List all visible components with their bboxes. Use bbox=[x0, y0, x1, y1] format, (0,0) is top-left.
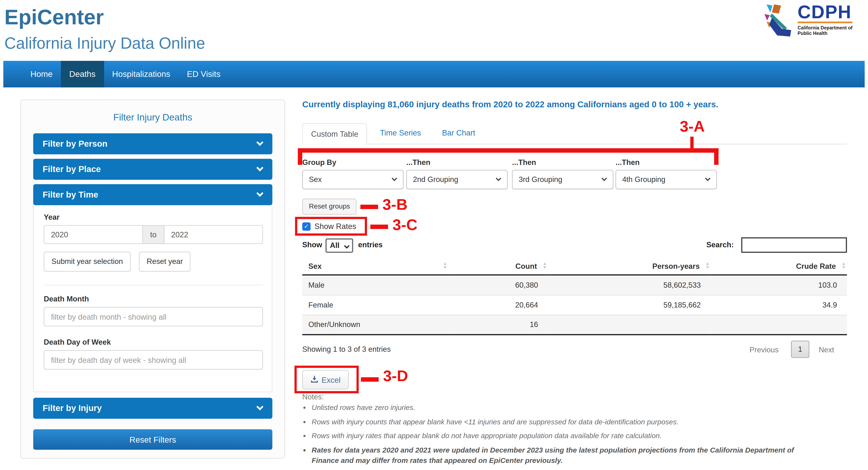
chevron-down-icon bbox=[256, 403, 264, 410]
chevron-down-icon bbox=[705, 176, 711, 181]
third-grouping-select[interactable]: 3rd Grouping bbox=[512, 170, 613, 189]
nav-item-ed-visits[interactable]: ED Visits bbox=[179, 61, 229, 88]
accordion-filter-by-injury[interactable]: Filter by Injury bbox=[33, 398, 272, 419]
cell-count: 60,380 bbox=[448, 275, 548, 295]
cell-person-years bbox=[548, 315, 711, 335]
cell-person-years: 59,185,662 bbox=[548, 295, 711, 314]
reset-year-button[interactable]: Reset year bbox=[139, 252, 191, 272]
second-grouping-select[interactable]: 2nd Grouping bbox=[406, 170, 508, 189]
page-subtitle: California Injury Data Online bbox=[4, 34, 205, 53]
nav-item-deaths[interactable]: Deaths bbox=[61, 61, 104, 88]
cdph-logo: CDPH California Department of Public Hea… bbox=[763, 3, 852, 40]
cell-sex: Other/Unknown bbox=[302, 315, 448, 335]
pagination-page-1[interactable]: 1 bbox=[791, 341, 809, 358]
reset-filters-button[interactable]: Reset Filters bbox=[33, 429, 272, 450]
death-day-of-week-label: Death Day of Week bbox=[44, 338, 111, 346]
note-item: Rows with injury counts that appear blan… bbox=[312, 416, 817, 427]
chevron-down-icon bbox=[392, 176, 397, 181]
year-label: Year bbox=[44, 213, 60, 221]
annotation-3d-label: 3-D bbox=[383, 367, 408, 385]
then-label-2: ...Then bbox=[406, 158, 431, 167]
annotation-3c-dash bbox=[370, 225, 388, 229]
submit-year-button[interactable]: Submit year selection bbox=[44, 252, 130, 272]
annotation-3a-bracket bbox=[298, 148, 719, 153]
results-summary: Currently displaying 81,060 injury death… bbox=[302, 100, 718, 109]
column-header-sex[interactable]: Sex ▲▼ bbox=[302, 258, 448, 275]
pagination-previous[interactable]: Previous bbox=[749, 346, 778, 354]
results-table: Sex ▲▼ Count ▲▼ Person-years ▲▼ Crude Ra… bbox=[302, 258, 847, 335]
search-label: Search: bbox=[706, 241, 734, 249]
then-label-3: ...Then bbox=[512, 158, 536, 167]
table-row: Female 20,664 59,185,662 34.9 bbox=[302, 295, 847, 314]
table-row: Male 60,380 58,602,533 103.0 bbox=[302, 275, 847, 295]
tab-time-series[interactable]: Time Series bbox=[372, 123, 429, 144]
show-rates-checkbox[interactable]: ✓ bbox=[302, 222, 311, 230]
annotation-3a-stem bbox=[690, 137, 694, 149]
death-month-label: Death Month bbox=[44, 295, 89, 303]
table-row: Other/Unknown 16 bbox=[302, 315, 847, 335]
excel-export-button[interactable]: Excel bbox=[302, 370, 349, 389]
group-by-label: Group By bbox=[302, 158, 336, 167]
note-item: Unlisted rows have zero injuries. bbox=[312, 402, 817, 413]
cell-crude-rate: 103.0 bbox=[711, 275, 847, 295]
cell-count: 16 bbox=[448, 315, 548, 335]
filter-by-time-body: Year to Submit year selection Reset year… bbox=[33, 205, 272, 392]
accordion-filter-by-person[interactable]: Filter by Person bbox=[33, 133, 272, 155]
annotation-3b-dash bbox=[360, 205, 378, 209]
cell-sex: Female bbox=[302, 295, 448, 314]
chevron-down-icon bbox=[601, 176, 607, 181]
annotation-3b-label: 3-B bbox=[382, 196, 407, 213]
nav-item-hospitalizations[interactable]: Hospitalizations bbox=[104, 61, 179, 88]
note-item: Rates for data years 2020 and 2021 were … bbox=[312, 444, 817, 466]
cell-person-years: 58,602,533 bbox=[548, 275, 711, 295]
table-info: Showing 1 to 3 of 3 entries bbox=[302, 345, 391, 354]
chevron-down-icon bbox=[496, 176, 501, 181]
main-navbar: Home Deaths Hospitalizations ED Visits bbox=[3, 61, 865, 88]
chevron-down-icon bbox=[256, 190, 264, 197]
column-header-count[interactable]: Count ▲▼ bbox=[448, 258, 548, 275]
entries-suffix-label: entries bbox=[358, 241, 383, 249]
year-from-input[interactable] bbox=[44, 225, 143, 244]
annotation-3c-label: 3-C bbox=[393, 216, 417, 234]
accordion-filter-by-time[interactable]: Filter by Time bbox=[33, 184, 272, 205]
chevron-down-icon bbox=[256, 164, 264, 171]
notes-heading: Notes: bbox=[302, 393, 324, 401]
california-state-icon bbox=[763, 3, 795, 40]
group-by-select[interactable]: Sex bbox=[302, 170, 404, 189]
tab-bar-chart[interactable]: Bar Chart bbox=[434, 123, 484, 144]
show-rates-label: Show Rates bbox=[314, 222, 356, 231]
annotation-3a-label: 3-A bbox=[680, 118, 705, 135]
cdph-acronym: CDPH bbox=[798, 3, 852, 21]
cell-crude-rate bbox=[711, 315, 847, 335]
view-tabs: Custom Table Time Series Bar Chart bbox=[302, 123, 847, 144]
cell-crude-rate: 34.9 bbox=[711, 295, 847, 314]
download-icon bbox=[311, 375, 318, 385]
accordion-filter-by-place[interactable]: Filter by Place bbox=[33, 159, 272, 180]
column-header-crude-rate[interactable]: Crude Rate ▲▼ bbox=[711, 258, 847, 275]
epicenter-page: EpiCenter California Injury Data Online … bbox=[0, 0, 868, 470]
column-header-person-years[interactable]: Person-years ▲▼ bbox=[548, 258, 711, 275]
show-entries-label: Show bbox=[302, 241, 322, 249]
year-to-input[interactable] bbox=[164, 225, 263, 244]
annotation-3a-bracket-right-cap bbox=[714, 148, 719, 165]
sort-icon: ▲▼ bbox=[841, 262, 846, 269]
search-input[interactable] bbox=[741, 237, 847, 253]
tab-custom-table[interactable]: Custom Table bbox=[302, 123, 367, 144]
sort-icon: ▲▼ bbox=[443, 262, 447, 269]
show-rates-highlight-box: ✓ Show Rates bbox=[295, 217, 367, 236]
nav-item-home[interactable]: Home bbox=[22, 61, 61, 88]
sort-icon: ▲▼ bbox=[542, 262, 547, 269]
fourth-grouping-select[interactable]: 4th Grouping bbox=[616, 170, 717, 189]
then-label-4: ...Then bbox=[616, 158, 640, 167]
entries-length-select[interactable]: All bbox=[326, 238, 353, 253]
page-title: EpiCenter bbox=[4, 5, 104, 29]
chevron-down-icon bbox=[344, 243, 349, 249]
filter-panel-title: Filter Injury Deaths bbox=[21, 112, 285, 124]
death-month-input[interactable] bbox=[44, 307, 263, 326]
reset-groups-button[interactable]: Reset groups bbox=[302, 199, 356, 214]
death-day-of-week-input[interactable] bbox=[44, 350, 263, 369]
year-range-group: to bbox=[44, 225, 263, 244]
pagination-next[interactable]: Next bbox=[819, 346, 834, 354]
year-range-separator: to bbox=[143, 225, 164, 244]
cell-sex: Male bbox=[302, 275, 448, 295]
